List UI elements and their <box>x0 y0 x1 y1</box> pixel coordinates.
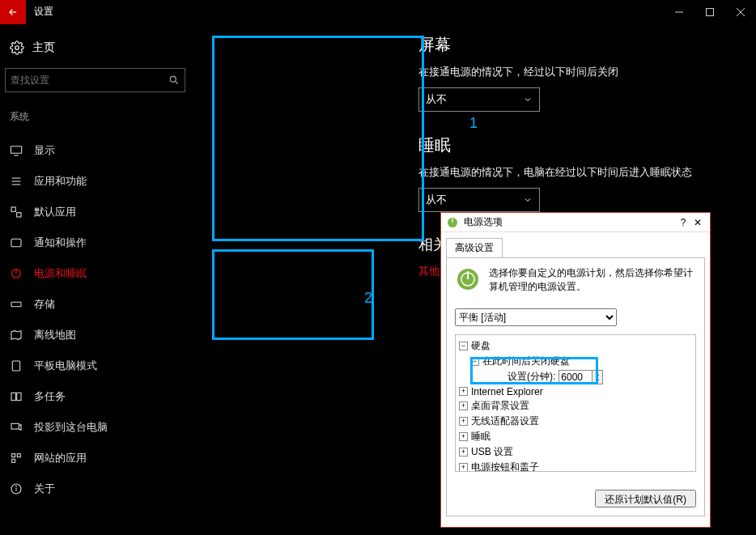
sidebar-item-apps[interactable]: 应用和功能 <box>0 166 190 197</box>
hdd-timeout-input[interactable] <box>559 371 592 384</box>
tree-expand-icon[interactable]: + <box>459 432 468 441</box>
tree-item[interactable]: +Internet Explorer <box>459 385 692 398</box>
sidebar-item-label: 投影到这台电脑 <box>34 420 108 435</box>
sidebar-item-notifications[interactable]: 通知和操作 <box>0 227 190 258</box>
power-settings-tree[interactable]: − 硬盘 − 在此时间后关闭硬盘 设置(分钟): ▲ ▼ +Internet E… <box>455 334 696 472</box>
svg-rect-17 <box>11 302 21 306</box>
monitor-icon <box>10 144 23 157</box>
dialog-title: 电源选项 <box>464 215 676 229</box>
tree-item[interactable]: +桌面背景设置 <box>459 398 692 414</box>
list-icon <box>10 175 23 188</box>
sidebar-item-default-apps[interactable]: 默认应用 <box>0 197 190 227</box>
info-icon <box>10 482 23 495</box>
screen-section-title: 屏幕 <box>418 34 692 56</box>
svg-rect-1 <box>707 8 714 15</box>
screen-timeout-dropdown[interactable]: 从不 <box>418 87 540 112</box>
dialog-tab-advanced[interactable]: 高级设置 <box>446 238 503 258</box>
sidebar-item-display[interactable]: 显示 <box>0 135 190 166</box>
search-icon <box>168 74 180 86</box>
tree-expand-icon[interactable]: + <box>459 417 468 426</box>
minimize-button[interactable] <box>664 0 694 24</box>
svg-rect-20 <box>17 393 21 400</box>
power-plan-select-wrap: 平衡 [活动] <box>455 308 696 326</box>
svg-rect-14 <box>11 239 21 246</box>
sidebar-item-label: 通知和操作 <box>34 236 87 250</box>
close-icon <box>737 8 745 16</box>
close-button[interactable] <box>725 0 756 24</box>
tree-expand-icon[interactable]: + <box>459 401 468 410</box>
power-icon <box>10 267 23 280</box>
chevron-down-icon <box>523 195 533 205</box>
tree-expand-icon[interactable]: + <box>459 448 468 456</box>
svg-rect-24 <box>12 459 15 462</box>
sidebar-item-label: 应用和功能 <box>34 174 87 189</box>
tree-item[interactable]: +电源按钮和盖子 <box>459 460 692 472</box>
hdd-timeout-spinner[interactable]: ▲ ▼ <box>559 370 603 384</box>
restore-defaults-button[interactable]: 还原计划默认值(R) <box>595 490 696 507</box>
sidebar-item-tablet-mode[interactable]: 平板电脑模式 <box>0 350 190 381</box>
maximize-button[interactable] <box>694 0 725 24</box>
tree-item-hdd[interactable]: − 硬盘 <box>459 338 692 354</box>
tree-collapse-icon[interactable]: − <box>459 342 468 350</box>
site-apps-icon <box>10 452 23 465</box>
annotation-number-1: 1 <box>469 115 478 132</box>
spinner-up-button[interactable]: ▲ <box>592 371 602 377</box>
search-input[interactable] <box>11 74 168 86</box>
dropdown-value: 从不 <box>426 193 447 207</box>
dialog-titlebar: 电源选项 ? ✕ <box>441 213 710 232</box>
sidebar-item-label: 网站的应用 <box>34 451 87 465</box>
project-icon <box>10 421 23 434</box>
gear-icon <box>10 40 24 55</box>
sidebar-item-offline-maps[interactable]: 离线地图 <box>0 320 190 350</box>
titlebar: 设置 <box>0 0 756 24</box>
sidebar-item-site-apps[interactable]: 网站的应用 <box>0 443 190 473</box>
tree-item[interactable]: +USB 设置 <box>459 444 692 460</box>
sleep-timeout-dropdown[interactable]: 从不 <box>418 188 540 212</box>
window-title: 设置 <box>34 5 53 19</box>
tree-item-hdd-off[interactable]: − 在此时间后关闭硬盘 <box>459 354 692 369</box>
power-plan-select[interactable]: 平衡 [活动] <box>455 308 617 326</box>
storage-icon <box>10 298 23 311</box>
dialog-close-button[interactable]: ✕ <box>690 217 705 228</box>
tree-expand-icon[interactable]: + <box>459 387 468 396</box>
svg-rect-21 <box>11 423 19 429</box>
power-options-icon <box>446 216 459 229</box>
arrow-left-icon <box>7 6 19 18</box>
tree-item[interactable]: +睡眠 <box>459 429 692 444</box>
sidebar-item-storage[interactable]: 存储 <box>0 289 190 320</box>
svg-rect-23 <box>17 454 20 457</box>
sidebar-home[interactable]: 主页 <box>0 40 190 68</box>
tree-collapse-icon[interactable]: − <box>470 357 479 366</box>
svg-point-5 <box>170 76 176 82</box>
svg-rect-18 <box>12 361 19 371</box>
chevron-down-icon <box>523 95 533 104</box>
svg-rect-7 <box>11 146 21 154</box>
tree-item[interactable]: +无线适配器设置 <box>459 414 692 429</box>
maximize-icon <box>706 8 714 16</box>
svg-line-6 <box>175 81 177 83</box>
sidebar-item-label: 默认应用 <box>34 205 76 219</box>
sidebar-item-label: 存储 <box>34 297 55 312</box>
dropdown-value: 从不 <box>426 93 447 107</box>
sidebar-item-about[interactable]: 关于 <box>0 473 190 504</box>
sidebar: 主页 系统 显示 应用和功能 默认应用 通知和操作 电源和睡眠 存 <box>0 24 190 535</box>
power-plan-icon <box>455 266 481 292</box>
notification-icon <box>10 236 23 249</box>
dialog-help-button[interactable]: ? <box>676 217 690 228</box>
svg-rect-19 <box>11 393 15 400</box>
sidebar-item-power-sleep[interactable]: 电源和睡眠 <box>0 258 190 289</box>
sidebar-item-label: 显示 <box>34 143 55 158</box>
dialog-desc: 选择你要自定义的电源计划，然后选择你希望计算机管理的电源设置。 <box>489 266 696 294</box>
spinner-down-button[interactable]: ▼ <box>592 377 602 384</box>
search-input-wrap[interactable] <box>5 68 185 92</box>
sidebar-item-label: 多任务 <box>34 389 66 404</box>
annotation-number-2: 2 <box>364 290 372 307</box>
svg-point-4 <box>15 46 19 50</box>
sidebar-item-multitask[interactable]: 多任务 <box>0 381 190 412</box>
default-apps-icon <box>10 206 23 219</box>
power-options-dialog: 电源选项 ? ✕ 高级设置 选择你要自定义的电源计划，然后选择你希望计算机管理的… <box>440 212 711 528</box>
back-button[interactable] <box>0 0 26 24</box>
tree-expand-icon[interactable]: + <box>459 463 468 472</box>
multitask-icon <box>10 390 23 403</box>
sidebar-item-project[interactable]: 投影到这台电脑 <box>0 412 190 443</box>
